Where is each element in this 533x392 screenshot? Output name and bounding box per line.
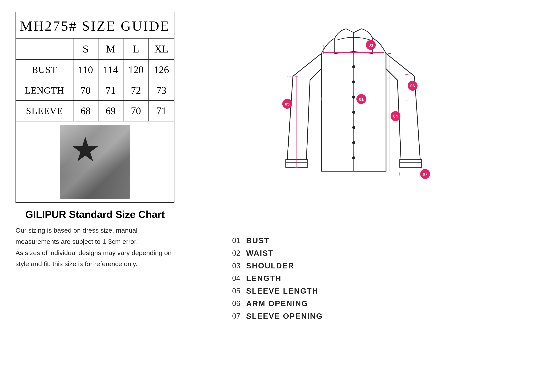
legend-label-07: SLEEVE OPENING [246, 312, 323, 321]
size-guide-box: MH275# SIZE GUIDE S M L XL BUST 110 [15, 12, 175, 203]
page-container: MH275# SIZE GUIDE S M L XL BUST 110 [0, 0, 533, 392]
sleeve-l: 70 [123, 101, 149, 121]
legend-label-03: SHOULDER [246, 261, 294, 270]
svg-text:04: 04 [393, 114, 398, 119]
header-s: S [73, 38, 98, 60]
row-label-sleeve: SLEEVE [16, 101, 73, 121]
description-text: Our sizing is based on dress size, manua… [15, 225, 175, 270]
svg-rect-4 [400, 160, 422, 167]
legend-item: 03 SHOULDER [229, 261, 323, 270]
size-guide-title: MH275# SIZE GUIDE [16, 12, 174, 38]
size-table: S M L XL BUST 110 114 120 126 [16, 38, 174, 121]
sleeve-xl: 71 [149, 101, 174, 121]
legend-item: 01 BUST [229, 236, 323, 245]
bust-xl: 126 [149, 60, 174, 80]
row-label-bust: BUST [16, 60, 73, 80]
brand-title: GILIPUR Standard Size Chart [15, 209, 175, 220]
garment-diagram: 01 03 04 05 06 07 [190, 15, 518, 229]
svg-point-9 [352, 80, 355, 84]
legend-label-05: SLEEVE LENGTH [246, 287, 318, 295]
legend-item: 07 SLEEVE OPENING [229, 312, 323, 321]
svg-text:03: 03 [368, 43, 373, 48]
svg-point-10 [352, 96, 355, 99]
product-image [60, 125, 130, 199]
svg-text:07: 07 [423, 172, 427, 177]
legend-num-06: 06 [229, 299, 240, 308]
right-section: 01 03 04 05 06 07 01 [190, 12, 518, 321]
row-label-length: LENGTH [16, 80, 73, 101]
table-row: SLEEVE 68 69 70 71 [16, 101, 174, 121]
bust-m: 114 [98, 60, 123, 80]
legend-item: 06 ARM OPENING [229, 299, 323, 308]
header-m: M [98, 38, 123, 60]
header-xl: XL [149, 38, 174, 60]
legend-label-06: ARM OPENING [246, 299, 308, 308]
legend-label-04: LENGTH [246, 274, 281, 283]
desc-line2: As sizes of individual designs may vary … [15, 249, 171, 268]
legend-label-02: WAIST [246, 249, 274, 258]
left-section: MH275# SIZE GUIDE S M L XL BUST 110 [15, 12, 175, 270]
legend-num-05: 05 [229, 287, 240, 295]
legend-item: 05 SLEEVE LENGTH [229, 287, 323, 295]
header-empty [16, 38, 73, 60]
product-image-area [16, 121, 174, 202]
desc-line1: Our sizing is based on dress size, manua… [15, 227, 138, 245]
bust-l: 120 [123, 60, 149, 80]
garment-svg: 01 03 04 05 06 07 [266, 15, 441, 205]
length-l: 72 [123, 80, 149, 101]
legend-num-04: 04 [229, 274, 240, 283]
legend-label-01: BUST [246, 236, 270, 245]
svg-text:06: 06 [410, 84, 415, 88]
svg-point-8 [352, 65, 355, 68]
table-header-row: S M L XL [16, 38, 174, 60]
legend-item: 04 LENGTH [229, 274, 323, 283]
header-l: L [123, 38, 149, 60]
svg-point-11 [352, 111, 355, 114]
legend-num-02: 02 [229, 249, 240, 257]
bust-s: 110 [73, 60, 98, 80]
length-s: 70 [73, 80, 98, 101]
svg-text:01: 01 [359, 97, 363, 102]
legend-item: 02 WAIST [229, 249, 323, 258]
svg-point-13 [352, 141, 355, 144]
legend-section: 01 BUST 02 WAIST 03 SHOULDER 04 LENGTH 0… [190, 236, 323, 321]
svg-point-14 [352, 156, 355, 159]
legend-num-01: 01 [229, 237, 240, 245]
table-row: LENGTH 70 71 72 73 [16, 80, 174, 101]
sleeve-s: 68 [73, 101, 98, 121]
legend-num-03: 03 [229, 262, 240, 270]
svg-text:05: 05 [285, 102, 290, 107]
svg-point-12 [352, 126, 355, 129]
sleeve-m: 69 [98, 101, 123, 121]
table-row: BUST 110 114 120 126 [16, 60, 174, 80]
length-xl: 73 [149, 80, 174, 101]
length-m: 71 [98, 80, 123, 101]
legend-num-07: 07 [229, 312, 240, 320]
